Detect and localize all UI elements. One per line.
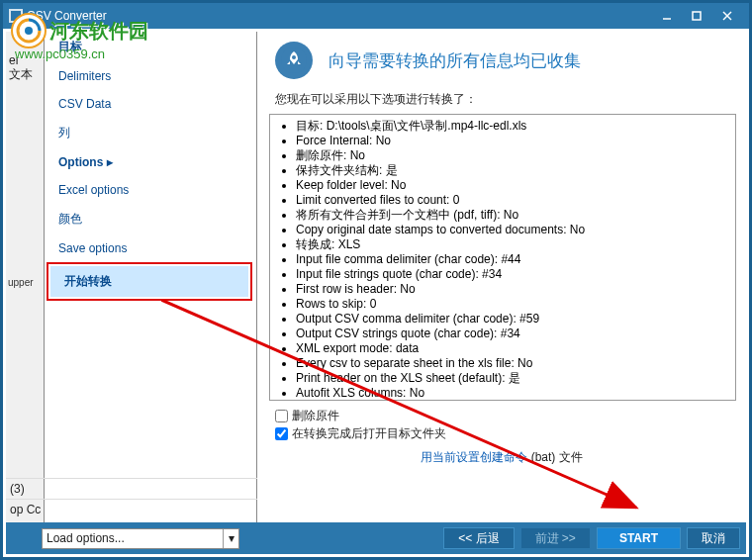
titlebar: CSV Converter	[3, 3, 749, 29]
summary-item: Force Internal: No	[296, 134, 733, 148]
summary-item: Output CSV strings quote (char code): #3…	[296, 327, 733, 341]
forward-button[interactable]: 前进 >>	[520, 527, 591, 549]
summary-item: 目标: D:\tools\桌面\文件\录制.mp4-llc-edl.xls	[296, 119, 733, 134]
sidebar-item-color[interactable]: 颜色	[45, 204, 256, 234]
close-button[interactable]	[711, 5, 743, 27]
sidebar-item-start[interactable]: 开始转换	[50, 266, 248, 297]
svg-rect-1	[11, 11, 21, 21]
back-button[interactable]: << 后退	[443, 527, 514, 549]
summary-item: Limit converted files to count: 0	[296, 193, 733, 208]
check-open-dest[interactable]: 在转换完成后打开目标文件夹	[275, 425, 734, 442]
summary-item: 删除原件: No	[296, 148, 733, 163]
summary-item: 保持文件夹结构: 是	[296, 163, 733, 178]
summary-item: Print header on the XLS sheet (default):…	[296, 371, 733, 386]
wizard-subtitle: 您现在可以采用以下选项进行转换了：	[257, 87, 746, 114]
svg-rect-3	[693, 12, 701, 20]
sidebar-item-options[interactable]: Options ▸	[45, 148, 256, 176]
check-delete-originals-box[interactable]	[275, 410, 288, 422]
summary-item: First row is header: No	[296, 282, 733, 297]
summary-item: Every csv to separate sheet in the xls f…	[296, 356, 733, 371]
cancel-button[interactable]: 取消	[687, 527, 740, 549]
summary-item: Input file comma delimiter (char code): …	[296, 252, 733, 267]
summary-item: Input file strings quote (char code): #3…	[296, 267, 733, 282]
summary-item: XML export mode: data	[296, 341, 733, 356]
summary-item: Output CSV comma delimiter (char code): …	[296, 312, 733, 327]
summary-item: 将所有文件合并到一个文档中 (pdf, tiff): No	[296, 208, 733, 223]
load-options-dropdown[interactable]: Load options... ▾	[42, 528, 239, 549]
summary-item: Autofit XLS columns: No	[296, 386, 733, 401]
check-delete-originals[interactable]: 删除原件	[275, 408, 734, 424]
rocket-icon	[275, 42, 313, 79]
app-icon	[9, 9, 23, 23]
summary-item: 转换成: XLS	[296, 237, 733, 252]
sidebar-item-save[interactable]: Save options	[45, 234, 256, 262]
highlight-box: 开始转换	[47, 262, 252, 301]
summary-item: Copy original date stamps to converted d…	[296, 223, 733, 237]
svg-point-8	[292, 55, 296, 59]
sidebar-item-csvdata[interactable]: CSV Data	[45, 90, 256, 118]
check-open-dest-box[interactable]	[275, 427, 288, 440]
window-title: CSV Converter	[9, 9, 652, 23]
cmdline-link[interactable]: 用当前设置创建命令 (bat) 文件	[257, 445, 746, 472]
sidebar-item-excel[interactable]: Excel options	[45, 176, 256, 204]
summary-list[interactable]: 目标: D:\tools\桌面\文件\录制.mp4-llc-edl.xlsFor…	[269, 114, 736, 401]
sidebar-item-columns[interactable]: 列	[45, 118, 256, 148]
minimize-button[interactable]	[652, 5, 682, 27]
chevron-down-icon[interactable]: ▾	[223, 529, 238, 548]
sidebar-item-delimiters[interactable]: Delimiters	[45, 62, 256, 90]
sidebar: 目标 Delimiters CSV Data 列 Options ▸ Excel…	[45, 32, 257, 554]
maximize-button[interactable]	[682, 5, 711, 27]
left-gutter: er 文本 upper	[6, 32, 45, 554]
summary-item: Keep folder level: No	[296, 178, 733, 193]
partial-left-labels: (3) op Cc	[6, 478, 257, 519]
sidebar-item-target[interactable]: 目标	[45, 32, 256, 62]
footer: Load options... ▾ << 后退 前进 >> START 取消	[6, 522, 746, 554]
summary-item: Rows to skip: 0	[296, 297, 733, 312]
start-button[interactable]: START	[597, 527, 681, 549]
wizard-title: 向导需要转换的所有信息均已收集	[329, 49, 581, 72]
